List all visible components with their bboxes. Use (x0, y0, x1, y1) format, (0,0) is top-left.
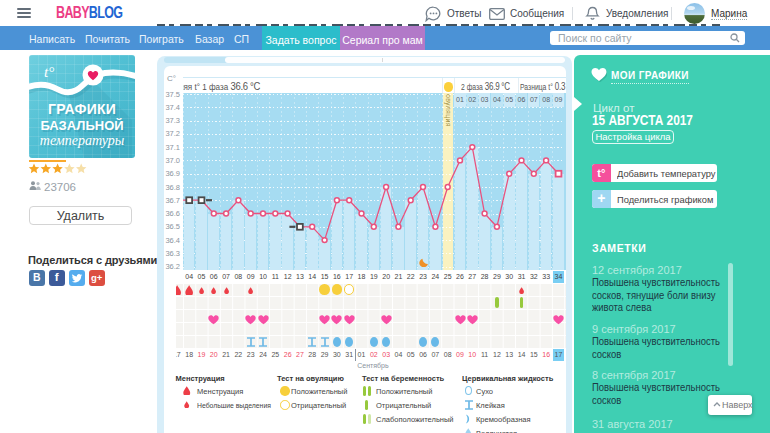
svg-text:t°: t° (44, 64, 54, 80)
